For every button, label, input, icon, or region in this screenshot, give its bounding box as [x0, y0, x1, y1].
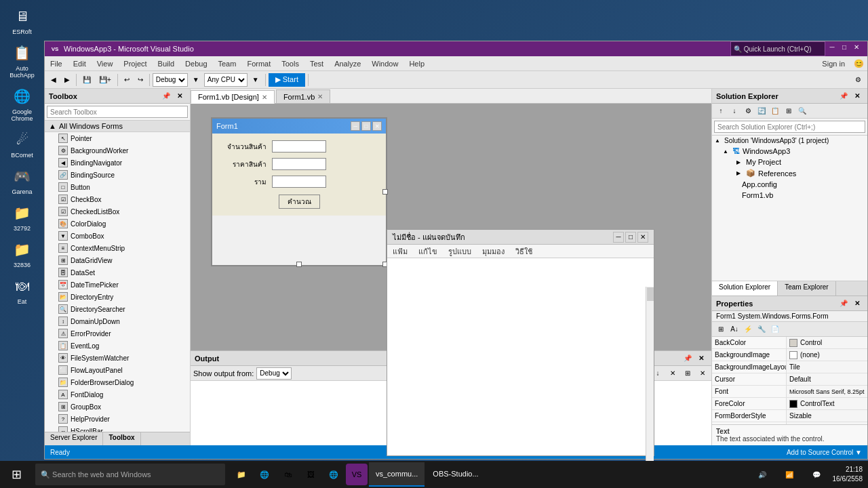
calculate-button[interactable]: คำนวณ — [279, 195, 320, 209]
toolbox-item-helpprovider[interactable]: ? HelpProvider — [45, 413, 190, 425]
start-button[interactable]: ▶ Start — [269, 73, 305, 87]
properties-object-selector[interactable]: Form1 System.Windows.Forms.Form — [712, 311, 867, 322]
input-price[interactable] — [272, 158, 326, 170]
toolbox-item-bindingsource[interactable]: 🔗 BindingSource — [45, 169, 190, 181]
toolbox-item-filesystemwatcher[interactable]: 👁 FileSystemWatcher — [45, 352, 190, 364]
form-resize-s[interactable] — [296, 262, 302, 267]
dialog-close[interactable]: ✕ — [637, 232, 648, 243]
dialog-minimize[interactable]: ─ — [613, 232, 624, 243]
props-tb-prop[interactable]: 🔧 — [755, 323, 768, 336]
dialog-maximize[interactable]: □ — [625, 232, 636, 243]
desktop-icon-bcomet[interactable]: ☄ BComet — [2, 126, 43, 161]
props-close-btn[interactable]: ✕ — [851, 298, 863, 310]
output-pin-btn[interactable]: 📌 — [682, 352, 694, 365]
toolbar-more[interactable]: ⚙ — [852, 73, 865, 87]
toolbox-item-errorprovider[interactable]: ⚠ ErrorProvider — [45, 327, 190, 340]
sol-tb-btn4[interactable]: 🔄 — [755, 105, 768, 117]
toolbox-item-flowlayoutpanel[interactable]: ⬜ FlowLayoutPanel — [45, 364, 190, 376]
taskbar-chrome[interactable]: 🌐 — [323, 464, 344, 485]
toolbox-close-btn[interactable]: ✕ — [174, 90, 186, 102]
form-minimize-btn[interactable]: ─ — [351, 121, 360, 131]
toolbox-group-header[interactable]: ▲ All Windows Forms — [45, 121, 190, 132]
desktop-icon-garena[interactable]: 🎮 Garena — [2, 163, 43, 198]
desktop-icon-eat[interactable]: 🍽 Eat — [2, 272, 43, 308]
props-tb-page[interactable]: 📄 — [769, 323, 781, 336]
minimize-button[interactable]: ─ — [827, 41, 837, 52]
solution-search[interactable] — [712, 119, 867, 136]
sol-tb-btn1[interactable]: ↑ — [715, 105, 727, 117]
menu-build[interactable]: Build — [153, 58, 180, 69]
props-pin-btn[interactable]: 📌 — [837, 298, 850, 310]
props-row-bgimage[interactable]: BackgroundImage (none) — [712, 349, 867, 361]
toolbox-item-fontdialog[interactable]: A FontDialog — [45, 388, 190, 401]
notepad-dialog[interactable]: ไม่มีชื่อ - แผ่นจดบันทึก ─ □ ✕ แฟ้ม แก้ไ… — [387, 229, 654, 456]
desktop-icon-32792[interactable]: 📁 32792 — [2, 199, 43, 235]
toolbox-item-domainupdown[interactable]: ↕ DomainUpDown — [45, 315, 190, 327]
toolbox-item-hscrollbar[interactable]: ↔ HScrollBar — [45, 425, 190, 432]
toolbar-nav-back[interactable]: ◀ — [47, 73, 60, 87]
dialog-menu-view[interactable]: มุมมอง — [477, 244, 510, 259]
output-close-btn[interactable]: ✕ — [695, 352, 707, 365]
form-maximize-btn[interactable]: □ — [361, 121, 371, 131]
tree-item-form1vb[interactable]: Form1.vb — [720, 190, 867, 201]
toolbox-search[interactable] — [45, 104, 190, 121]
taskbar-action-center[interactable]: 💬 — [806, 464, 827, 485]
props-row-backcolor[interactable]: BackColor Control — [712, 337, 867, 349]
menu-help[interactable]: Help — [403, 58, 430, 69]
tab-form1-vb-close[interactable]: ✕ — [317, 93, 323, 100]
props-tb-events[interactable]: ⚡ — [742, 323, 754, 336]
props-row-font[interactable]: Font Microsoft Sans Serif, 8.25pt — [712, 386, 867, 398]
menu-debug[interactable]: Debug — [180, 58, 212, 69]
tab-form1-design[interactable]: Form1.vb [Design] ✕ — [191, 90, 275, 104]
taskbar-vs[interactable]: VS — [346, 464, 368, 485]
taskbar-network[interactable]: 📶 — [778, 464, 800, 485]
tree-item-appconfig[interactable]: App.config — [720, 179, 867, 190]
dialog-body[interactable] — [387, 258, 654, 455]
toolbox-item-dataset[interactable]: 🗄 DataSet — [45, 266, 190, 279]
tree-item-myproject[interactable]: ▶ My Project — [720, 157, 867, 167]
sol-pin-btn[interactable]: 📌 — [837, 90, 850, 102]
sol-tb-btn7[interactable]: 🔍 — [796, 105, 808, 117]
menu-file[interactable]: File — [45, 58, 68, 69]
toolbox-item-eventlog[interactable]: 📋 EventLog — [45, 340, 190, 352]
toolbox-item-directoryentry[interactable]: 📂 DirectoryEntry — [45, 291, 190, 303]
form-designer[interactable]: Form1 ─ □ ✕ จำนวนสินค้า ราคา — [211, 117, 387, 266]
dialog-menu-file[interactable]: แฟ้ม — [387, 244, 413, 259]
desktop-icon-chrome[interactable]: 🌐 GoogleChrome — [2, 83, 43, 125]
tab-form1-design-close[interactable]: ✕ — [262, 94, 267, 101]
toolbar-undo[interactable]: ↩ — [121, 73, 133, 87]
tree-item-references[interactable]: ▶ 📦 References — [720, 167, 867, 179]
sol-close-btn[interactable]: ✕ — [851, 90, 863, 102]
config-dropdown-btn[interactable]: ▼ — [189, 73, 203, 87]
maximize-button[interactable]: □ — [839, 41, 850, 52]
sol-tb-btn3[interactable]: ⚙ — [742, 105, 754, 117]
toolbox-item-groupbox[interactable]: ⊞ GroupBox — [45, 401, 190, 413]
menu-test[interactable]: Test — [304, 58, 329, 69]
desktop-icon-32836[interactable]: 📁 32836 — [2, 236, 43, 271]
menu-window[interactable]: Window — [366, 58, 403, 69]
start-menu-button[interactable]: ⊞ — [0, 461, 33, 488]
toolbox-search-input[interactable] — [47, 106, 188, 118]
quick-launch-search[interactable]: 🔍 Quick Launch (Ctrl+Q) — [730, 41, 825, 56]
props-row-cursor[interactable]: Cursor Default — [712, 373, 867, 386]
dialog-menu-format[interactable]: รูปแบบ — [443, 244, 477, 259]
dialog-menu-edit[interactable]: แก้ไข — [413, 244, 443, 259]
toolbox-item-backgroundworker[interactable]: ⚙ BackgroundWorker — [45, 144, 190, 157]
toolbox-item-button[interactable]: □ Button — [45, 181, 190, 193]
menu-team[interactable]: Team — [213, 58, 242, 69]
taskbar-search[interactable]: 🔍 Search the web and Windows — [35, 464, 225, 485]
dialog-scrollbar[interactable] — [646, 287, 654, 485]
toolbox-item-datagridview[interactable]: ⊞ DataGridView — [45, 254, 190, 266]
toolbox-item-colordialog[interactable]: 🎨 ColorDialog — [45, 218, 190, 230]
config-dropdown[interactable]: Debug — [153, 73, 188, 87]
desktop-icon-esroft[interactable]: 🖥 ESRoft — [2, 3, 43, 38]
menu-format[interactable]: Format — [241, 58, 276, 69]
menu-tools[interactable]: Tools — [276, 58, 304, 69]
dialog-menu-help[interactable]: วิธีใช้ — [510, 244, 538, 259]
toolbox-item-checkedlistbox[interactable]: ☑ CheckedListBox — [45, 205, 190, 218]
form-close-btn[interactable]: ✕ — [372, 121, 382, 131]
server-explorer-tab[interactable]: Server Explorer — [45, 432, 103, 445]
output-toolbar-btn3[interactable]: ✕ — [667, 367, 679, 380]
input-quantity[interactable] — [272, 140, 326, 152]
toolbox-item-contextmenustrip[interactable]: ≡ ContextMenuStrip — [45, 242, 190, 254]
